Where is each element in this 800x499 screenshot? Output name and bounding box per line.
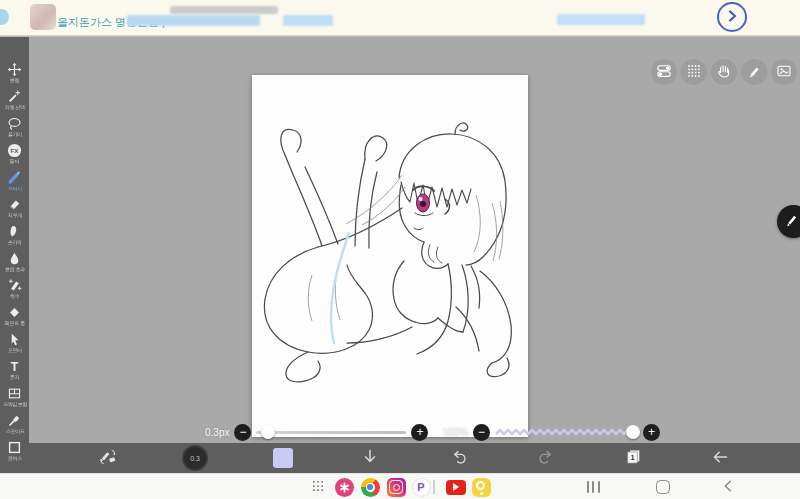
tool-auto-select[interactable]: 자동 선택 xyxy=(0,88,29,115)
chevron-right-icon xyxy=(725,9,739,26)
current-color-swatch xyxy=(273,448,293,468)
pencil-icon xyxy=(783,212,799,231)
opacity-track xyxy=(495,427,638,437)
brush-size-knob[interactable] xyxy=(261,425,275,439)
tool-special-pen[interactable]: 특수 xyxy=(0,277,29,304)
brush-size-decrease-button[interactable]: − xyxy=(234,424,251,441)
finger-icon xyxy=(7,223,22,239)
youtube-icon xyxy=(446,480,466,495)
hand-gesture-icon xyxy=(716,63,732,82)
instagram-icon xyxy=(387,478,406,497)
pen-settings-button[interactable] xyxy=(741,59,767,85)
drawing-canvas[interactable] xyxy=(252,75,528,437)
svg-text:T: T xyxy=(11,360,19,374)
mesh-grid-icon xyxy=(686,63,702,82)
reference-image-button[interactable] xyxy=(771,59,797,85)
color-swatch-button[interactable] xyxy=(268,443,298,473)
pointer-icon xyxy=(7,331,22,347)
notification-title-redacted xyxy=(170,6,278,14)
canvas-artwork xyxy=(252,75,528,437)
canvas-icon xyxy=(7,439,22,455)
tool-transform[interactable]: 변형 xyxy=(0,61,29,88)
system-nav-bar: P xyxy=(0,473,800,499)
tool-blur[interactable]: 흐림 효과 xyxy=(0,250,29,277)
opacity-increase-button[interactable]: + xyxy=(643,424,660,441)
text-icon: T xyxy=(7,358,22,374)
blur-drop-icon xyxy=(7,250,22,266)
notification-text-redacted xyxy=(127,15,260,26)
layers-icon: 1 xyxy=(625,448,642,468)
tool-brush[interactable]: 브러시 xyxy=(0,169,29,196)
nav-back-button[interactable] xyxy=(718,477,738,497)
svg-text:1: 1 xyxy=(630,453,634,462)
paint-bucket-icon xyxy=(7,304,22,320)
eyedropper-icon xyxy=(7,412,22,428)
app-screen: 을지돈가스 명동본점 | xyxy=(0,0,800,499)
quick-pen-fab[interactable] xyxy=(777,205,800,238)
back-chevron-icon xyxy=(721,479,735,496)
layers-button[interactable]: 1 xyxy=(618,443,648,473)
hand-gesture-button[interactable] xyxy=(711,59,737,85)
opacity-slider[interactable] xyxy=(495,424,638,441)
app-drawer-button[interactable] xyxy=(308,477,328,497)
tool-pointer[interactable]: 포인터 xyxy=(0,331,29,358)
tool-paint-bucket[interactable]: 페인트 통 xyxy=(0,304,29,331)
penup-app-button[interactable]: P xyxy=(411,477,431,497)
brush-eraser-swap-icon xyxy=(99,448,117,469)
material-toggles-icon xyxy=(656,63,672,82)
brush-size-increase-button[interactable]: + xyxy=(411,424,428,441)
recents-button[interactable] xyxy=(583,477,603,497)
fx-filter-icon: FX xyxy=(7,142,22,158)
instagram-app-button[interactable] xyxy=(386,477,406,497)
recents-icon xyxy=(587,481,600,493)
brush-size-preview-button[interactable]: 0.3 xyxy=(180,443,210,473)
chrome-app-button[interactable] xyxy=(360,477,380,497)
pull-down-button[interactable] xyxy=(355,443,385,473)
notification-thumbnail xyxy=(30,4,56,30)
tool-eraser[interactable]: 지우개 xyxy=(0,196,29,223)
tool-palette: 변형 자동 선택 올가미 FX 필터 브러시 지우개 손가락 흐림 효과 xyxy=(0,35,29,473)
brush-eraser-toggle-button[interactable] xyxy=(93,443,123,473)
arrow-down-icon xyxy=(361,448,379,469)
tool-frame-divide[interactable]: 프레임 분할 xyxy=(0,385,29,412)
kakao-icon xyxy=(472,478,491,497)
magic-wand-icon xyxy=(7,88,22,104)
redo-button[interactable] xyxy=(530,443,560,473)
back-button[interactable] xyxy=(705,443,735,473)
tool-filter[interactable]: FX 필터 xyxy=(0,142,29,169)
app-drawer-icon xyxy=(311,479,325,496)
opacity-knob[interactable] xyxy=(626,425,640,439)
youtube-app-button[interactable] xyxy=(446,477,466,497)
brush-size-slider[interactable] xyxy=(256,424,406,441)
redo-icon xyxy=(537,449,553,468)
eraser-icon xyxy=(7,196,22,212)
opacity-decrease-button[interactable]: − xyxy=(473,424,490,441)
opacity-value: 100% xyxy=(442,427,468,438)
tool-canvas[interactable]: 캔버스 xyxy=(0,439,29,466)
pencil-icon xyxy=(746,63,762,82)
frame-divide-icon xyxy=(7,385,22,401)
home-button[interactable] xyxy=(653,477,673,497)
brush-size-track[interactable] xyxy=(256,431,406,434)
flower-app-button[interactable] xyxy=(334,477,354,497)
brush-size-value: 0.3px xyxy=(205,427,229,438)
material-toggles-button[interactable] xyxy=(651,59,677,85)
undo-button[interactable] xyxy=(445,443,475,473)
move-icon xyxy=(7,61,22,77)
kakao-app-button[interactable] xyxy=(471,477,491,497)
notification-edge-icon xyxy=(0,9,9,25)
notification-bar[interactable]: 을지돈가스 명동본점 | xyxy=(0,0,800,35)
quick-buttons xyxy=(651,59,797,85)
undo-icon xyxy=(452,449,468,468)
flower-app-icon xyxy=(335,478,354,497)
tool-lasso[interactable]: 올가미 xyxy=(0,115,29,142)
tool-text[interactable]: T 문자 xyxy=(0,358,29,385)
special-pen-icon xyxy=(7,277,22,293)
tool-finger[interactable]: 손가락 xyxy=(0,223,29,250)
tool-eyedropper[interactable]: 스포이드 xyxy=(0,412,29,439)
chrome-icon xyxy=(361,478,380,497)
notification-expand-button[interactable] xyxy=(717,2,747,32)
mesh-grid-button[interactable] xyxy=(681,59,707,85)
brush-icon xyxy=(7,169,22,185)
nav-divider xyxy=(433,480,435,494)
